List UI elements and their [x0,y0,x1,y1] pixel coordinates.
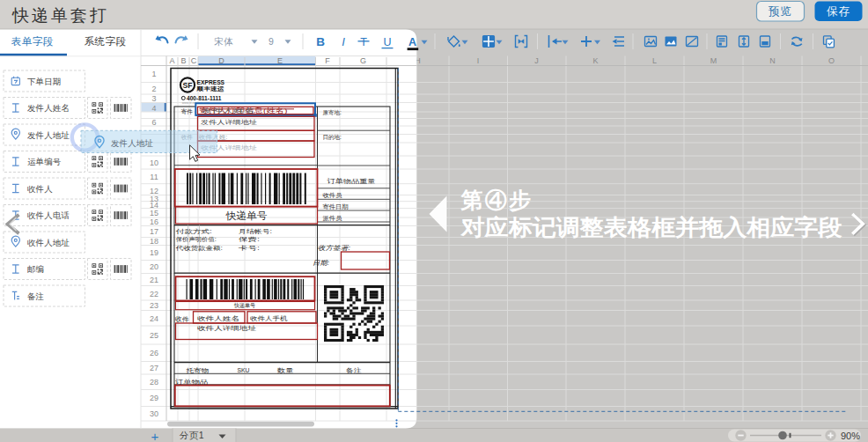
svg-text:下单日期: 下单日期 [27,77,61,86]
svg-text:2: 2 [151,85,156,93]
svg-text:K: K [592,56,598,65]
svg-text:日期:: 日期: [313,259,329,267]
svg-text:U: U [383,36,391,48]
svg-text:6: 6 [151,118,156,127]
svg-text:托寄物: 托寄物 [185,367,209,374]
svg-text:对应标记调整表格框并拖入相应字段: 对应标记调整表格框并拖入相应字段 [460,215,842,239]
svg-text:卡号:: 卡号: [237,245,260,251]
svg-text:A: A [169,56,174,65]
svg-text:备注: 备注 [27,291,44,301]
svg-text:收件人手机: 收件人手机 [250,315,288,322]
svg-text:4: 4 [151,104,156,113]
svg-text:400-811-1111: 400-811-1111 [187,95,222,101]
svg-text:1: 1 [151,70,156,78]
svg-text:9: 9 [268,36,274,47]
svg-text:B: B [316,35,325,48]
svg-text:预览: 预览 [768,5,792,18]
svg-text:90%: 90% [841,431,860,441]
svg-text:SF: SF [183,81,193,90]
svg-text:16: 16 [150,217,158,226]
svg-text:寄件: 寄件 [181,108,193,115]
svg-text:保费:: 保费: [239,236,260,242]
svg-text:23: 23 [150,301,158,310]
svg-text:30: 30 [150,409,158,418]
svg-text:27: 27 [150,364,158,372]
svg-text:顺丰速运: 顺丰速运 [195,85,224,92]
svg-text:发件人地址: 发件人地址 [27,130,70,140]
svg-text:20: 20 [150,262,158,271]
svg-text:+: + [151,429,159,442]
svg-text:11: 11 [150,173,158,181]
svg-text:I: I [342,35,345,48]
svg-text:E: E [277,56,283,65]
svg-text:28: 28 [150,378,158,387]
svg-text:29: 29 [150,394,158,402]
svg-text:邮编: 邮编 [27,264,44,274]
svg-text:B: B [180,56,186,65]
svg-text:表单字段: 表单字段 [11,36,54,47]
svg-text:收件人: 收件人 [27,184,53,194]
svg-text:21: 21 [150,276,158,284]
svg-text:N: N [769,56,776,65]
svg-text:24: 24 [150,314,158,323]
svg-text:O: O [828,56,835,65]
svg-text:宋体: 宋体 [214,36,234,47]
svg-text:订单物品重量: 订单物品重量 [327,178,376,185]
svg-text:收件人姓名: 收件人姓名 [197,315,239,322]
svg-text:分页1: 分页1 [180,430,204,440]
svg-text:目的地:: 目的地: [323,134,342,141]
svg-text:快递单号: 快递单号 [224,210,268,221]
svg-text:订单物品: 订单物品 [175,379,208,386]
svg-text:备注: 备注 [346,367,362,374]
svg-text:25: 25 [150,331,158,340]
svg-text:F: F [325,56,330,65]
svg-text:T: T [360,36,367,48]
svg-text:系统字段: 系统字段 [85,36,127,47]
svg-text:收方签署:: 收方签署: [318,244,350,252]
svg-text:第④步: 第④步 [460,188,533,212]
svg-text:I: I [477,56,480,65]
svg-text:月结帐号:: 月结帐号: [239,228,272,235]
svg-text:收件员: 收件员 [323,192,342,198]
svg-text:D: D [218,56,224,65]
svg-text:发件人姓名: 发件人姓名 [202,107,254,114]
svg-text:15: 15 [150,209,158,217]
svg-text:26: 26 [150,349,158,357]
svg-text:付款方式:: 付款方式: [176,228,212,235]
svg-text:收件人地址: 收件人地址 [27,238,70,247]
svg-text:18: 18 [150,237,158,246]
svg-text:数量: 数量 [276,367,294,373]
svg-text:快递单号: 快递单号 [233,302,256,308]
svg-text:17: 17 [150,227,158,236]
svg-text:保存: 保存 [827,5,850,18]
svg-text:L: L [652,56,657,65]
svg-text:10: 10 [150,158,158,167]
svg-text:原寄地:: 原寄地: [323,109,342,115]
svg-text:发件人详细地址: 发件人详细地址 [201,119,257,126]
svg-text:收件: 收件 [175,315,189,323]
svg-text:19: 19 [150,248,158,257]
svg-text:G: G [360,56,366,65]
svg-text:代收货款金额:: 代收货款金额: [175,245,223,252]
svg-text:快递单套打: 快递单套打 [11,6,109,25]
svg-text:C: C [191,56,197,65]
svg-text:J: J [534,56,539,65]
svg-text:运单编号: 运单编号 [27,157,62,166]
svg-text:收件人详细地址: 收件人详细地址 [197,325,256,332]
svg-text:SKU: SKU [238,367,250,373]
svg-text:寄件日期: 寄件日期 [323,203,349,210]
svg-text:22: 22 [150,290,158,298]
svg-text:保价声明价值:: 保价声明价值: [176,236,217,242]
svg-text:A: A [408,36,416,48]
svg-text:M: M [710,56,717,65]
svg-text:发件人地址: 发件人地址 [111,138,153,148]
svg-text:发件人姓名: 发件人姓名 [27,103,70,113]
svg-text:3: 3 [151,94,156,103]
svg-text:派件员: 派件员 [323,215,342,222]
svg-text:收件人电话: 收件人电话 [27,210,70,220]
